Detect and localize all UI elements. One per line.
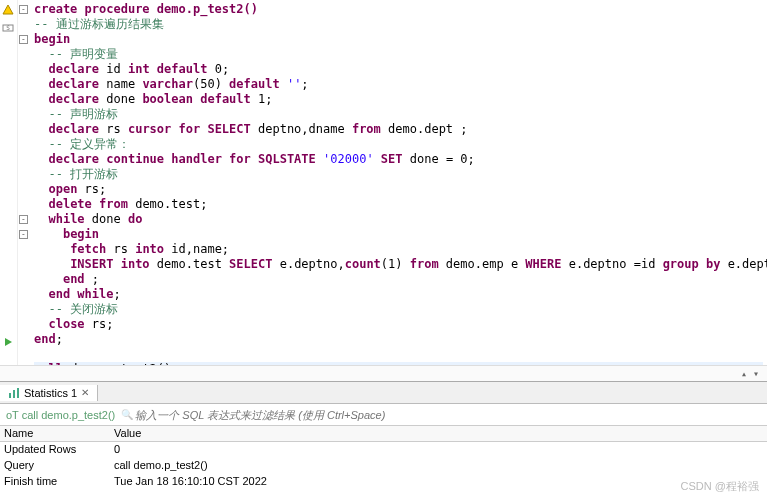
code-line[interactable]: end ;: [34, 272, 763, 287]
svg-text:S: S: [6, 24, 10, 31]
code-area[interactable]: create procedure demo.p_test2()-- 通过游标遍历…: [30, 0, 767, 365]
code-line[interactable]: INSERT into demo.test SELECT e.deptno,co…: [34, 257, 763, 272]
code-line[interactable]: close rs;: [34, 317, 763, 332]
code-line[interactable]: create procedure demo.p_test2(): [34, 2, 763, 17]
code-line[interactable]: while done do: [34, 212, 763, 227]
code-line[interactable]: end;: [34, 332, 763, 347]
sql-icon[interactable]: S: [0, 20, 16, 36]
fold-toggle[interactable]: -: [19, 35, 28, 44]
filter-bar: oT call demo.p_test2() 🔍: [0, 404, 767, 426]
grid-header-row: Name Value: [0, 426, 767, 442]
tab-label: Statistics 1: [24, 387, 77, 399]
results-grid: Name Value Updated Rows0Querycall demo.p…: [0, 426, 767, 490]
svg-rect-4: [17, 388, 19, 398]
code-line[interactable]: declare id int default 0;: [34, 62, 763, 77]
code-line[interactable]: -- 通过游标遍历结果集: [34, 17, 763, 32]
exec-icon[interactable]: [0, 334, 16, 350]
table-row[interactable]: Updated Rows0: [0, 442, 767, 458]
panel-collapse-bar[interactable]: ▴ ▾: [0, 365, 767, 381]
cell-value: call demo.p_test2(): [110, 458, 767, 474]
table-row[interactable]: Finish timeTue Jan 18 16:10:10 CST 2022: [0, 474, 767, 490]
fold-toggle[interactable]: -: [19, 215, 28, 224]
code-line[interactable]: -- 定义异常：: [34, 137, 763, 152]
code-line[interactable]: -- 关闭游标: [34, 302, 763, 317]
cell-name: Updated Rows: [0, 442, 110, 458]
code-line[interactable]: delete from demo.test;: [34, 197, 763, 212]
svg-rect-2: [9, 393, 11, 398]
svg-rect-3: [13, 390, 15, 398]
code-line[interactable]: [34, 347, 763, 362]
code-line[interactable]: declare rs cursor for SELECT deptno,dnam…: [34, 122, 763, 137]
left-gutter: S: [0, 0, 18, 365]
cell-name: Finish time: [0, 474, 110, 490]
code-line[interactable]: fetch rs into id,name;: [34, 242, 763, 257]
warning-icon[interactable]: [0, 2, 16, 18]
fold-gutter: ----: [18, 0, 30, 365]
code-line[interactable]: declare name varchar(50) default '';: [34, 77, 763, 92]
results-panel: Statistics 1 ✕ oT call demo.p_test2() 🔍 …: [0, 381, 767, 490]
code-line[interactable]: -- 打开游标: [34, 167, 763, 182]
col-header-value[interactable]: Value: [110, 426, 767, 441]
fold-toggle[interactable]: -: [19, 5, 28, 14]
cell-value: Tue Jan 18 16:10:10 CST 2022: [110, 474, 767, 490]
cell-value: 0: [110, 442, 767, 458]
watermark: CSDN @程裕强: [681, 479, 759, 494]
code-line[interactable]: begin: [34, 227, 763, 242]
filter-context-label: oT call demo.p_test2(): [0, 409, 121, 421]
code-line[interactable]: open rs;: [34, 182, 763, 197]
code-line[interactable]: declare continue handler for SQLSTATE '0…: [34, 152, 763, 167]
code-line[interactable]: begin: [34, 32, 763, 47]
table-row[interactable]: Querycall demo.p_test2(): [0, 458, 767, 474]
code-line[interactable]: call demo.p_test2();: [34, 362, 763, 365]
col-header-name[interactable]: Name: [0, 426, 110, 441]
code-line[interactable]: end while;: [34, 287, 763, 302]
results-tab-bar: Statistics 1 ✕: [0, 382, 767, 404]
code-line[interactable]: declare done boolean default 1;: [34, 92, 763, 107]
code-line[interactable]: -- 声明游标: [34, 107, 763, 122]
code-line[interactable]: -- 声明变量: [34, 47, 763, 62]
statistics-icon: [8, 387, 20, 399]
filter-input[interactable]: [133, 407, 767, 423]
tab-statistics[interactable]: Statistics 1 ✕: [0, 385, 98, 401]
close-icon[interactable]: ✕: [81, 387, 89, 398]
editor-area: S ---- create procedure demo.p_test2()--…: [0, 0, 767, 365]
chevron-up-icon[interactable]: ▴ ▾: [741, 368, 759, 379]
search-icon: 🔍: [121, 409, 133, 420]
fold-toggle[interactable]: -: [19, 230, 28, 239]
cell-name: Query: [0, 458, 110, 474]
